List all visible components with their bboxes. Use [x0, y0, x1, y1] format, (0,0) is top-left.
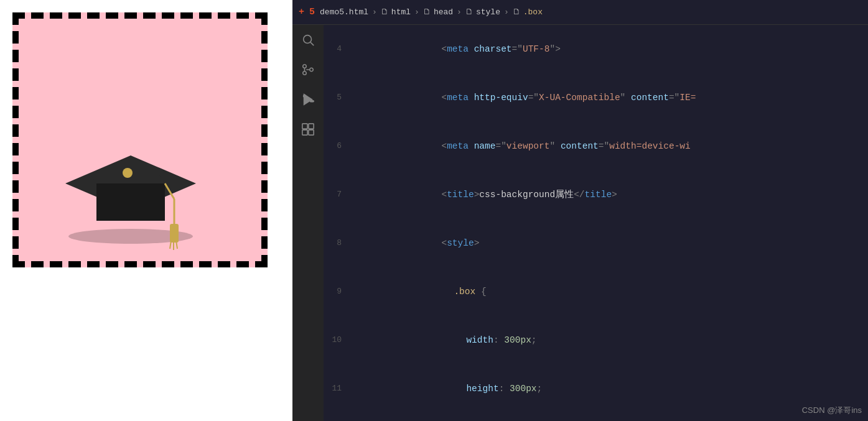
code-line-7: 7 <title>css-background属性</title>: [324, 170, 868, 219]
code-line-12: 12 border: 10px dashed #000;: [324, 413, 868, 421]
code-editor-panel: + 5 demo5.html › 🗋 html › 🗋 head › 🗋 sty…: [292, 0, 868, 421]
svg-rect-19: [302, 124, 307, 129]
breadcrumb-sep-2: ›: [414, 7, 419, 17]
source-control-icon[interactable]: [299, 61, 317, 78]
breadcrumb-head: head: [434, 7, 453, 17]
svg-point-15: [310, 68, 314, 72]
hat-image: [59, 127, 221, 255]
code-line-11: 11 height: 300px;: [324, 364, 868, 413]
watermark: CSDN @泽哥ins: [802, 405, 862, 416]
breadcrumb-style: style: [476, 7, 500, 17]
html5-badge: 5: [309, 7, 315, 17]
breadcrumb-sep-1: ›: [372, 7, 377, 17]
svg-line-12: [310, 42, 314, 45]
code-line-4: 4 <meta charset="UTF-8">: [324, 25, 868, 73]
breadcrumb-filename: demo5.html: [320, 7, 368, 17]
code-lines: 4 <meta charset="UTF-8"> 5 <meta http-eq…: [324, 25, 868, 421]
preview-panel: [0, 0, 292, 421]
breadcrumb-html-tag-icon: 🗋: [381, 7, 389, 17]
run-debug-icon[interactable]: [299, 91, 317, 108]
breadcrumb-head-icon: 🗋: [423, 7, 431, 17]
code-line-8: 8 <style>: [324, 219, 868, 267]
code-editor[interactable]: 4 <meta charset="UTF-8"> 5 <meta http-eq…: [324, 25, 868, 421]
search-icon[interactable]: [299, 31, 317, 49]
svg-point-4: [123, 168, 133, 178]
svg-point-11: [304, 35, 312, 44]
code-line-10: 10 width: 300px;: [324, 316, 868, 364]
extensions-icon[interactable]: [299, 121, 317, 138]
breadcrumb-style-icon: 🗋: [465, 7, 474, 17]
editor-area: 4 <meta charset="UTF-8"> 5 <meta http-eq…: [292, 25, 868, 421]
code-line-6: 6 <meta name="viewport" content="width=d…: [324, 122, 868, 170]
activity-bar: [292, 25, 324, 421]
breadcrumb-box: .box: [523, 7, 543, 17]
svg-rect-22: [309, 130, 314, 135]
svg-point-14: [303, 72, 307, 75]
breadcrumb-html: html: [391, 7, 411, 17]
breadcrumb-box-icon: 🗋: [513, 7, 521, 17]
code-line-5: 5 <meta http-equiv="X-UA-Compatible" con…: [324, 73, 868, 122]
svg-point-13: [303, 65, 307, 68]
html5-icon: +: [299, 7, 304, 17]
css-box-preview: [12, 12, 268, 267]
svg-rect-17: [310, 101, 314, 102]
svg-rect-20: [309, 124, 314, 129]
breadcrumb: + 5 demo5.html › 🗋 html › 🗋 head › 🗋 sty…: [292, 0, 868, 25]
breadcrumb-sep-4: ›: [504, 7, 509, 17]
svg-marker-2: [96, 183, 165, 221]
svg-rect-21: [302, 130, 307, 135]
code-line-9: 9 .box {: [324, 267, 868, 316]
svg-rect-7: [170, 224, 179, 243]
breadcrumb-sep-3: ›: [457, 7, 462, 17]
